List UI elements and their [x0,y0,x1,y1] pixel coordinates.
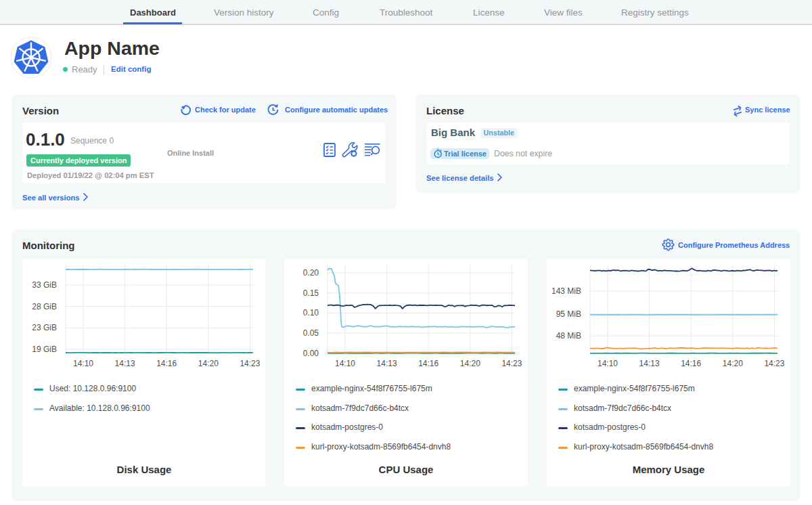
svg-text:28 GiB: 28 GiB [32,302,57,311]
svg-text:14:16: 14:16 [418,359,438,368]
svg-text:14:13: 14:13 [115,359,135,368]
svg-text:0.05: 0.05 [303,328,319,338]
svg-text:0.00: 0.00 [303,349,319,358]
svg-text:0.15: 0.15 [303,288,319,298]
svg-text:143 MiB: 143 MiB [551,286,581,296]
svg-text:14:10: 14:10 [335,359,355,368]
svg-text:14:10: 14:10 [73,359,93,368]
svg-text:14:16: 14:16 [156,359,177,368]
svg-text:14:13: 14:13 [377,359,397,368]
svg-text:14:20: 14:20 [460,359,480,368]
svg-text:14:20: 14:20 [198,359,219,368]
svg-text:95 MiB: 95 MiB [556,309,581,319]
svg-text:14:23: 14:23 [501,359,522,368]
svg-text:14:20: 14:20 [723,359,743,368]
svg-text:14:10: 14:10 [597,359,618,368]
svg-text:33 GiB: 33 GiB [32,280,57,290]
svg-text:19 GiB: 19 GiB [32,345,57,354]
svg-text:0.10: 0.10 [303,308,319,317]
svg-text:14:13: 14:13 [639,359,660,368]
svg-text:0.20: 0.20 [303,268,319,278]
svg-text:23 GiB: 23 GiB [32,323,57,332]
svg-text:48 MiB: 48 MiB [556,331,581,341]
svg-text:14:16: 14:16 [681,359,701,368]
svg-text:14:23: 14:23 [764,359,784,368]
svg-text:14:23: 14:23 [240,359,260,368]
